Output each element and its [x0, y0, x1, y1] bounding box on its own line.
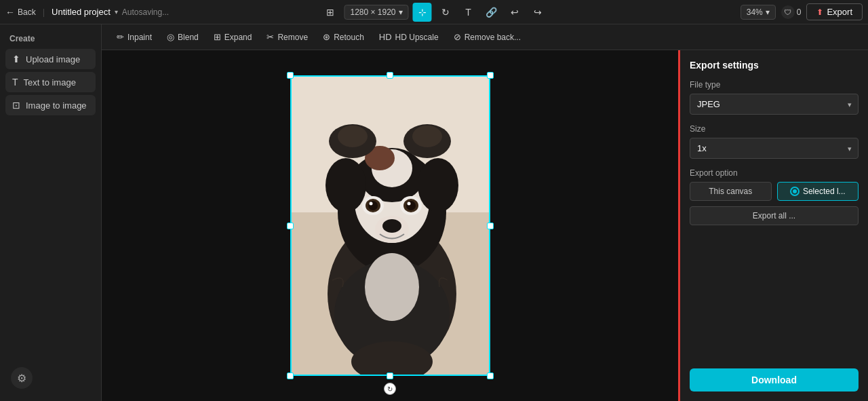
retouch-btn[interactable]: ⊛ Retouch: [316, 29, 371, 45]
expand-label: Expand: [224, 33, 252, 42]
handle-bot-center[interactable]: [387, 373, 393, 379]
dimensions-value: 1280 × 1920: [350, 7, 395, 17]
blend-icon: ◎: [167, 32, 174, 42]
export-button[interactable]: ⬆ Export: [806, 3, 863, 20]
refresh-icon-btn[interactable]: ↻: [436, 3, 455, 22]
link-tool-btn[interactable]: 🔗: [482, 3, 501, 22]
project-dropdown-icon[interactable]: ▾: [115, 8, 118, 16]
retouch-label: Retouch: [334, 33, 364, 42]
remove-bg-label: Remove back...: [465, 33, 521, 42]
svg-point-26: [365, 253, 419, 321]
handle-top-right[interactable]: [487, 72, 494, 79]
retouch-icon: ⊛: [323, 32, 330, 42]
sidebar-bottom: ⚙: [5, 362, 96, 394]
redo-btn[interactable]: ↪: [528, 3, 547, 22]
export-option-row-2: Export all ...: [690, 206, 859, 225]
handle-bot-left[interactable]: [287, 373, 294, 379]
text-to-image-label: Text to image: [24, 77, 76, 88]
dog-illustration: [292, 77, 490, 376]
upscale-btn[interactable]: HD HD Upscale: [372, 29, 446, 45]
topbar: ← Back | Untitled project ▾ Autosaving..…: [0, 0, 868, 24]
file-type-select[interactable]: JPEG PNG WebP: [690, 94, 859, 115]
notification-btn[interactable]: 🛡 0: [781, 5, 802, 19]
size-label: Size: [690, 124, 859, 134]
text-to-image-icon: T: [12, 77, 18, 88]
image-to-image-label: Image to image: [26, 100, 87, 111]
export-label: Export: [827, 7, 852, 17]
text-tool-btn[interactable]: T: [459, 3, 478, 22]
autosave-status: Autosaving...: [122, 7, 169, 17]
main-area: Create ⬆ Upload image T Text to image ⊡ …: [0, 24, 868, 401]
undo-btn[interactable]: ↩: [505, 3, 524, 22]
text-to-image-btn[interactable]: T Text to image: [5, 72, 96, 92]
selected-option-label: Selected l...: [803, 187, 846, 196]
create-section-title: Create: [5, 31, 96, 46]
inpaint-btn[interactable]: ✏ Inpaint: [110, 29, 159, 45]
svg-point-18: [326, 158, 366, 212]
svg-point-19: [418, 158, 458, 212]
export-option-section: Export option This canvas Selected l...: [690, 168, 859, 225]
remove-bg-btn[interactable]: ⊘ Remove back...: [447, 29, 528, 45]
canvas-container: ↻: [290, 75, 490, 376]
canvas-and-panel: ↻ Export settings File type JPEG PNG Web…: [102, 50, 868, 401]
notification-count: 0: [797, 7, 802, 17]
back-label: Back: [18, 7, 36, 17]
handle-mid-right[interactable]: [487, 223, 494, 229]
blend-btn[interactable]: ◎ Blend: [160, 29, 205, 45]
handle-mid-left[interactable]: [287, 223, 294, 229]
size-select-wrapper: 1x 2x 3x ▾: [690, 138, 859, 159]
left-sidebar: Create ⬆ Upload image T Text to image ⊡ …: [0, 24, 102, 401]
upload-image-btn[interactable]: ⬆ Upload image: [5, 49, 96, 69]
remove-bg-icon: ⊘: [454, 32, 461, 42]
export-option-label: Export option: [690, 168, 859, 178]
svg-point-11: [369, 202, 372, 206]
zoom-value: 34%: [747, 7, 763, 17]
export-option-group: This canvas Selected l... Exp: [690, 182, 859, 225]
blend-label: Blend: [178, 33, 199, 42]
canvas-wrapper[interactable]: ↻: [102, 50, 678, 401]
size-select[interactable]: 1x 2x 3x: [690, 138, 859, 159]
inpaint-label: Inpaint: [127, 33, 152, 42]
panel-title: Export settings: [690, 60, 859, 71]
remove-icon: ✂: [267, 32, 274, 42]
export-all-btn[interactable]: Export all ...: [690, 206, 859, 225]
cursor-icon-btn[interactable]: ⊹: [413, 3, 432, 22]
file-type-label: File type: [690, 80, 859, 90]
expand-icon: ⊞: [214, 32, 221, 42]
svg-point-22: [338, 126, 368, 147]
handle-top-left[interactable]: [287, 72, 294, 79]
content-area: ✏ Inpaint ◎ Blend ⊞ Expand ✂ Remove ⊛ Re…: [102, 24, 868, 401]
remove-btn[interactable]: ✂ Remove: [260, 29, 315, 45]
export-option-row-1: This canvas Selected l...: [690, 182, 859, 201]
zoom-display[interactable]: 34% ▾: [741, 5, 776, 20]
export-icon: ⬆: [816, 7, 823, 17]
resize-icon-btn[interactable]: ⊞: [321, 3, 340, 22]
canvas-option-label: This canvas: [709, 187, 752, 196]
svg-point-14: [406, 201, 416, 210]
upload-icon: ⬆: [12, 54, 20, 64]
upscale-label: HD Upscale: [395, 33, 439, 42]
project-name[interactable]: Untitled project: [52, 7, 111, 17]
selected-radio-dot: [790, 187, 800, 196]
canvas-option-btn[interactable]: This canvas: [690, 182, 772, 201]
radio-dot-inner: [793, 189, 797, 193]
expand-btn[interactable]: ⊞ Expand: [207, 29, 259, 45]
download-button[interactable]: Download: [690, 368, 859, 392]
tool-bar: ✏ Inpaint ◎ Blend ⊞ Expand ✂ Remove ⊛ Re…: [102, 24, 868, 50]
dimensions-display[interactable]: 1280 × 1920 ▾: [344, 5, 408, 20]
back-button[interactable]: ← Back: [5, 7, 36, 18]
zoom-dropdown-icon: ▾: [766, 7, 770, 17]
export-all-label: Export all ...: [753, 211, 795, 221]
upload-label: Upload image: [26, 54, 80, 64]
svg-point-10: [368, 201, 378, 210]
handle-top-center[interactable]: [387, 72, 393, 79]
back-arrow-icon: ←: [5, 7, 15, 18]
dimensions-dropdown-icon: ▾: [399, 7, 403, 17]
handle-bot-right[interactable]: [487, 373, 494, 379]
svg-point-15: [407, 202, 410, 206]
rotate-handle[interactable]: ↻: [384, 383, 396, 395]
image-to-image-btn[interactable]: ⊡ Image to image: [5, 95, 96, 115]
selected-option-btn[interactable]: Selected l...: [777, 182, 859, 201]
settings-btn[interactable]: ⚙: [11, 367, 33, 389]
svg-point-17: [382, 219, 401, 233]
